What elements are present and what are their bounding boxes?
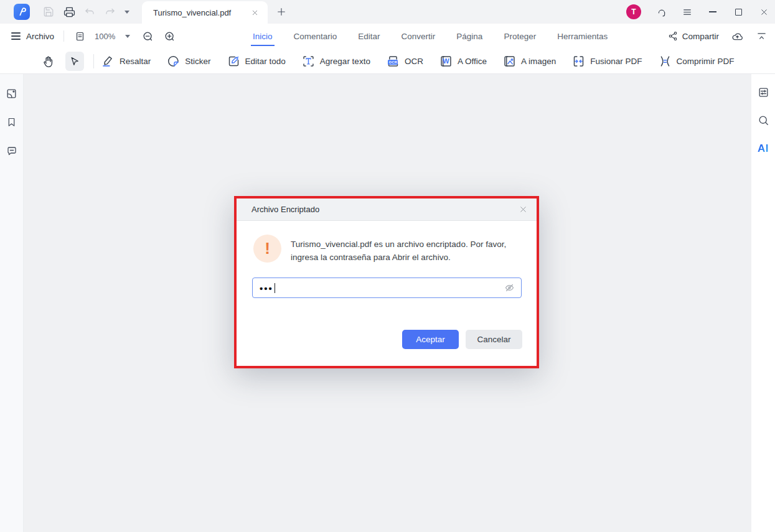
thumbnails-panel-icon[interactable] — [6, 88, 17, 100]
zoom-level-value[interactable]: 100% — [95, 32, 115, 41]
tool-sticker[interactable]: Sticker — [167, 55, 210, 68]
hand-tool-button[interactable] — [40, 53, 56, 70]
hand-icon — [42, 55, 54, 68]
page-view-icon[interactable] — [73, 30, 86, 42]
titlebar-right-group: T — [626, 0, 769, 24]
ai-assistant-button[interactable]: AI — [758, 142, 769, 155]
dialog-close-icon[interactable] — [517, 204, 528, 215]
tool-editar-todo[interactable]: Editar todo — [227, 55, 286, 68]
annotation-highlight-box: Archivo Encriptado ! Turismo_vivencial.p… — [234, 196, 539, 368]
tool-label: A imagen — [521, 57, 556, 66]
bookmarks-panel-icon[interactable] — [6, 116, 17, 128]
text-cursor — [275, 283, 276, 293]
undo-icon[interactable] — [83, 6, 96, 18]
dialog-message-line2: ingresa la contraseña para Abrir el arch… — [291, 253, 451, 262]
warning-icon: ! — [253, 235, 281, 263]
save-icon[interactable] — [42, 6, 55, 18]
ocr-badge-text: OCR — [388, 60, 398, 65]
history-dropdown-icon[interactable] — [124, 11, 129, 14]
tab-proteger[interactable]: Proteger — [502, 26, 538, 46]
toolbar-items: Resaltar Sticker Editar todo Agregar tex… — [101, 49, 735, 73]
accept-button[interactable]: Aceptar — [402, 330, 459, 349]
sticker-icon — [167, 55, 180, 68]
office-letter: W — [439, 55, 453, 68]
menubar-right-group: Compartir — [668, 24, 768, 49]
titlebar: Turismo_vivencial.pdf T — [0, 0, 775, 24]
redo-icon[interactable] — [104, 6, 116, 18]
support-headset-icon[interactable] — [657, 7, 667, 17]
add-text-icon — [302, 55, 315, 68]
ocr-icon: OCR — [387, 55, 400, 68]
tool-resaltar[interactable]: Resaltar — [101, 55, 151, 68]
tool-label: Comprimir PDF — [677, 57, 735, 66]
tab-inicio[interactable]: Inicio — [251, 26, 275, 46]
share-button[interactable]: Compartir — [668, 31, 719, 41]
archivo-menu[interactable]: Archivo — [11, 32, 54, 41]
tool-label: Editar todo — [245, 57, 286, 66]
tab-pagina[interactable]: Página — [454, 26, 484, 46]
app-menu-icon[interactable] — [682, 7, 692, 17]
right-sidebar: AI — [751, 74, 775, 532]
document-tab[interactable]: Turismo_vivencial.pdf — [142, 1, 268, 24]
tool-label: Resaltar — [120, 57, 151, 66]
search-icon[interactable] — [758, 114, 769, 126]
user-avatar[interactable]: T — [626, 4, 641, 19]
password-input[interactable]: ••• — [252, 278, 522, 298]
tool-agregar-texto[interactable]: Agregar texto — [302, 55, 370, 68]
tool-label: Fusionar PDF — [590, 57, 642, 66]
compress-pdf-icon — [659, 55, 672, 68]
to-image-icon — [503, 55, 516, 68]
tool-fusionar-pdf[interactable]: Fusionar PDF — [572, 55, 642, 68]
print-icon[interactable] — [63, 6, 75, 18]
toolbar-divider — [93, 54, 94, 68]
menubar-divider — [63, 30, 64, 42]
tab-close-icon[interactable] — [249, 7, 260, 18]
tool-label: Sticker — [185, 57, 210, 66]
dialog-message-line1: Turismo_vivencial.pdf es un archivo encr… — [291, 240, 506, 249]
ribbon-tabs: Inicio Comentario Editar Convertir Págin… — [251, 24, 609, 49]
zoom-in-icon[interactable] — [163, 30, 176, 42]
tool-label: A Office — [458, 57, 487, 66]
password-masked-value: ••• — [260, 284, 273, 293]
archivo-menu-label: Archivo — [26, 32, 54, 41]
tool-comprimir-pdf[interactable]: Comprimir PDF — [659, 55, 735, 68]
eye-off-icon[interactable] — [504, 282, 515, 294]
highlighter-icon — [101, 55, 115, 68]
edit-all-icon — [227, 55, 240, 68]
tool-label: Agregar texto — [320, 57, 370, 66]
left-sidebar — [0, 74, 24, 532]
share-icon — [668, 31, 678, 41]
collapse-toolbar-icon[interactable] — [755, 30, 768, 42]
cloud-upload-icon[interactable] — [731, 30, 743, 42]
tab-editar[interactable]: Editar — [356, 26, 382, 46]
zoom-dropdown-icon[interactable] — [125, 35, 130, 38]
select-tool-button[interactable] — [65, 52, 84, 71]
cursor-icon — [69, 56, 80, 67]
menubar-left-group: Archivo 100% — [11, 24, 176, 49]
tool-ocr[interactable]: OCR OCR — [387, 55, 423, 68]
cancel-button[interactable]: Cancelar — [466, 330, 522, 349]
titlebar-left-group — [0, 0, 129, 24]
window-close-button[interactable] — [759, 7, 769, 17]
window-maximize-button[interactable] — [733, 7, 743, 17]
tab-convertir[interactable]: Convertir — [400, 26, 438, 46]
app-logo[interactable] — [14, 4, 30, 20]
menubar: Archivo 100% Inicio Comentario Editar Co… — [0, 24, 775, 49]
dialog-header[interactable]: Archivo Encriptado — [237, 198, 537, 221]
properties-panel-icon[interactable] — [758, 86, 769, 98]
zoom-out-icon[interactable] — [141, 30, 154, 42]
tab-comentario[interactable]: Comentario — [292, 26, 339, 46]
toolbar: Resaltar Sticker Editar todo Agregar tex… — [0, 49, 775, 74]
document-tab-title: Turismo_vivencial.pdf — [153, 8, 249, 17]
tool-label: OCR — [405, 57, 423, 66]
comments-panel-icon[interactable] — [6, 145, 17, 157]
dialog-title: Archivo Encriptado — [251, 205, 517, 214]
window-minimize-button[interactable] — [708, 7, 718, 17]
tab-herramientas[interactable]: Herramientas — [555, 26, 609, 46]
share-label: Compartir — [682, 32, 719, 41]
to-office-icon: W — [439, 55, 453, 68]
tool-a-office[interactable]: W A Office — [439, 55, 487, 68]
tool-a-imagen[interactable]: A imagen — [503, 55, 556, 68]
new-tab-button[interactable] — [275, 6, 288, 18]
merge-pdf-icon — [572, 55, 585, 68]
